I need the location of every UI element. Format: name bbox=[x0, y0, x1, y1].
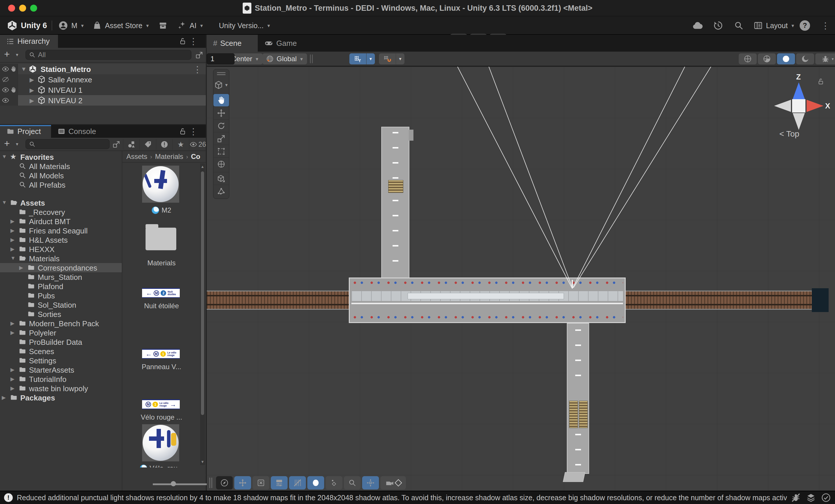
filter-by-importance-button[interactable] bbox=[156, 139, 172, 149]
project-tree-item-starterassets[interactable]: ▶StarterAssets bbox=[0, 365, 122, 375]
grid-snap-dropdown-icon[interactable]: ▼ bbox=[366, 53, 375, 64]
project-tree-item-fries-and-seagull[interactable]: ▶Fries and Seagull bbox=[0, 226, 122, 235]
scale-tool-button[interactable] bbox=[213, 132, 229, 145]
shaded-wireframe-button[interactable] bbox=[758, 53, 776, 64]
expander-icon[interactable]: ▼ bbox=[2, 200, 7, 206]
project-tree-item-tutorialinfo[interactable]: ▶TutorialInfo bbox=[0, 375, 122, 384]
project-tree-item-all-materials[interactable]: All Materials bbox=[0, 162, 122, 171]
expander-icon[interactable]: ▶ bbox=[11, 237, 15, 243]
scroll-up-icon[interactable]: ▲ bbox=[200, 164, 205, 169]
gizmo-left-axis[interactable] bbox=[774, 100, 791, 112]
project-tree-item-h-l-assets[interactable]: ▶H&L Assets bbox=[0, 235, 122, 244]
debugger-detached-icon[interactable] bbox=[791, 493, 801, 503]
filter-favorites-button[interactable]: ★ bbox=[172, 139, 189, 149]
history-button[interactable] bbox=[713, 16, 724, 35]
overlay-drag-handle[interactable] bbox=[209, 478, 213, 488]
metro-sign-thumbnail[interactable]: ←M1Le vélorouge bbox=[142, 349, 180, 359]
project-tree-item-materials[interactable]: ▼Materials bbox=[0, 254, 122, 263]
cache-layers-icon[interactable] bbox=[806, 493, 816, 503]
filter-by-type-button[interactable] bbox=[123, 139, 139, 149]
asset-store-menu[interactable]: Asset Store▼ bbox=[92, 16, 149, 35]
unity-version-menu[interactable]: Unity Versio...▼ bbox=[219, 16, 271, 35]
metro-platform[interactable] bbox=[349, 278, 626, 323]
project-tree-item-probuilder-data[interactable]: ProBuilder Data bbox=[0, 337, 122, 346]
project-tree-item-polyeler[interactable]: ▶Polyeler bbox=[0, 328, 122, 337]
thumbnail-size-slider[interactable] bbox=[153, 481, 198, 487]
tab-game[interactable]: Game bbox=[258, 35, 310, 52]
toolbar-overflow-menu[interactable]: ⋮ bbox=[821, 16, 830, 35]
corridor-north[interactable] bbox=[381, 127, 409, 278]
project-tree-item-settings[interactable]: Settings bbox=[0, 356, 122, 365]
hidden-count-button[interactable]: 26 bbox=[189, 139, 206, 149]
camera-marker[interactable] bbox=[572, 280, 573, 288]
hierarchy-row-niveau-1[interactable]: ▶NIVEAU 1 bbox=[0, 85, 206, 95]
move-tool-button[interactable] bbox=[213, 106, 229, 119]
project-tree-item-pubs[interactable]: Pubs bbox=[0, 291, 122, 300]
picking-hand-icon[interactable] bbox=[10, 65, 17, 73]
expander-icon[interactable]: ▼ bbox=[2, 154, 7, 160]
project-tree-item-waste-bin-lowpoly[interactable]: ▶waste bin lowpoly bbox=[0, 384, 122, 393]
picking-hand-icon[interactable] bbox=[10, 86, 17, 93]
hierarchy-search-input[interactable]: All bbox=[25, 50, 191, 60]
scroll-down-icon[interactable]: ▼ bbox=[200, 460, 205, 464]
lit-sphere-button[interactable] bbox=[777, 53, 795, 64]
row-menu-icon[interactable]: ⋮ bbox=[193, 64, 202, 75]
expander-icon[interactable]: ▶ bbox=[11, 376, 15, 382]
layout-menu[interactable]: Layout▼ bbox=[753, 16, 795, 35]
gizmo-down-axis[interactable] bbox=[793, 113, 805, 130]
project-tree-item--recovery[interactable]: _Recovery bbox=[0, 207, 122, 217]
expander-icon[interactable]: ▶ bbox=[11, 218, 15, 224]
visibility-eye-icon[interactable] bbox=[2, 65, 9, 73]
visibility-eye-off-icon[interactable] bbox=[2, 76, 9, 83]
status-bar[interactable]: ! Reduced additional punctual light shad… bbox=[0, 491, 835, 504]
gizmos-gem-button[interactable] bbox=[326, 476, 342, 489]
lock-icon[interactable] bbox=[179, 127, 187, 136]
compass-button[interactable] bbox=[216, 476, 233, 489]
project-tree-item-correspondances[interactable]: ▶Correspondances bbox=[0, 263, 122, 272]
project-tree-item-scenes[interactable]: Scenes bbox=[0, 346, 122, 356]
pick-object-icon[interactable] bbox=[195, 51, 204, 59]
metro-sign-thumbnail[interactable]: ←M2Nuitétoilée bbox=[142, 288, 180, 298]
expander-icon[interactable]: ▶ bbox=[11, 366, 15, 373]
tab-console[interactable]: Console bbox=[51, 125, 106, 138]
expander-icon[interactable]: ▼ bbox=[21, 66, 27, 73]
project-tree-item-sol-station[interactable]: Sol_Station bbox=[0, 300, 122, 309]
unlit-sphere-button[interactable] bbox=[796, 53, 814, 64]
hierarchy-row-niveau-2[interactable]: ▶NIVEAU 2 bbox=[0, 95, 206, 105]
corridor-south[interactable] bbox=[567, 323, 589, 474]
rect-tool-button[interactable] bbox=[213, 145, 229, 158]
transform-tool-button[interactable] bbox=[213, 158, 229, 170]
magnifier-button[interactable] bbox=[344, 476, 361, 489]
lock-icon[interactable] bbox=[179, 37, 187, 45]
grid-snap-button[interactable] bbox=[349, 53, 366, 64]
expander-icon[interactable]: ▶ bbox=[29, 97, 34, 104]
unity-hub-button[interactable]: Unity 6 bbox=[6, 16, 47, 35]
expander-icon[interactable]: ▶ bbox=[11, 329, 15, 336]
escalator-south-left[interactable] bbox=[569, 401, 578, 428]
corridor-south-exit[interactable] bbox=[563, 472, 585, 482]
rotate-tool-button[interactable] bbox=[213, 119, 229, 132]
grid-increment-input[interactable]: 1 bbox=[207, 53, 235, 64]
track-end-block[interactable] bbox=[812, 288, 829, 312]
polyshape-tool-button[interactable] bbox=[213, 185, 229, 198]
stairs-north[interactable] bbox=[388, 180, 403, 193]
tool-handle-space-button[interactable]: Global▼ bbox=[262, 53, 307, 64]
expander-icon[interactable]: ▶ bbox=[29, 76, 34, 83]
probuilder-cube-tool-button[interactable] bbox=[213, 172, 229, 185]
add-dropdown-icon[interactable]: ▼ bbox=[15, 53, 19, 57]
expander-icon[interactable]: ▶ bbox=[11, 227, 15, 234]
gizmo-x-axis[interactable] bbox=[807, 100, 823, 112]
wireframe-sphere-button[interactable] bbox=[739, 53, 757, 64]
add-gameobject-button[interactable]: + bbox=[4, 48, 10, 60]
scene-viewport[interactable]: ▼ Z X < Top bbox=[207, 67, 835, 491]
visibility-eye-icon[interactable] bbox=[2, 97, 9, 104]
dropdown-icon[interactable]: ▾ bbox=[832, 57, 834, 61]
hierarchy-menu-icon[interactable]: ⋮ bbox=[189, 36, 198, 46]
tab-scene[interactable]: # Scene bbox=[207, 35, 258, 52]
hierarchy-row-station-metro[interactable]: ▼Station_Metro⋮ bbox=[0, 64, 206, 74]
tab-project[interactable]: Project bbox=[0, 125, 51, 138]
help-button[interactable]: ? bbox=[800, 16, 810, 35]
project-search-input[interactable] bbox=[25, 139, 109, 149]
search-button[interactable] bbox=[734, 16, 744, 35]
expander-icon[interactable]: ▶ bbox=[2, 395, 6, 401]
